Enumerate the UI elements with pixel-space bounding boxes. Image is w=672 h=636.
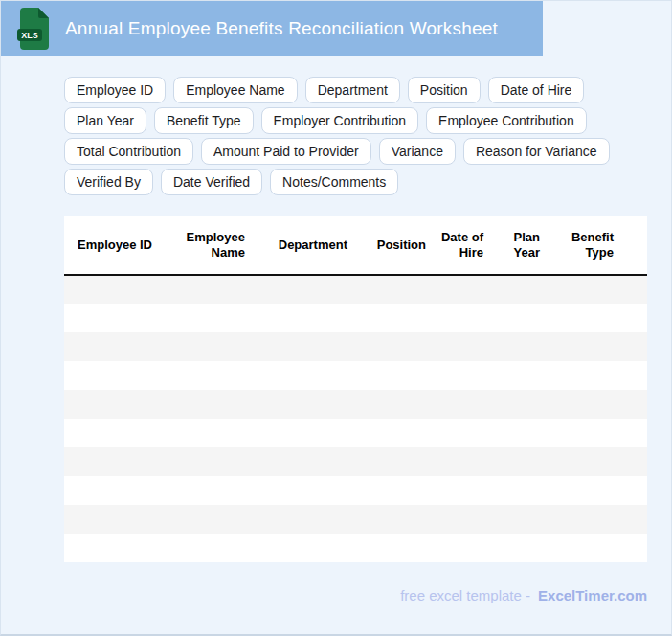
chip-verified-by[interactable]: Verified By — [64, 169, 153, 195]
table-cell — [433, 390, 490, 419]
table-cell — [547, 447, 620, 476]
table-cell — [159, 332, 252, 361]
table-cell — [433, 447, 490, 476]
table-cell — [64, 275, 159, 304]
column-header-benefit-type: Benefit Type — [547, 216, 620, 275]
column-header-date-of-hire: Date of Hire — [433, 216, 490, 275]
table-header: Employee IDEmployee NameDepartmentPositi… — [64, 216, 647, 275]
page-title: Annual Employee Benefits Reconciliation … — [65, 18, 498, 39]
table-cell — [433, 332, 490, 361]
table-cell — [490, 534, 547, 562]
table-cell — [252, 505, 354, 534]
table-cell — [252, 361, 354, 390]
table-row — [64, 447, 647, 476]
table-cell — [354, 275, 433, 304]
column-header-department: Department — [252, 216, 354, 275]
table-cell — [547, 534, 620, 562]
footer-credit-text: free excel template - — [400, 587, 530, 603]
table-cell — [354, 361, 433, 390]
table-cell — [490, 275, 547, 304]
column-header-position: Position — [354, 216, 433, 275]
column-chip-list: Employee IDEmployee NameDepartmentPositi… — [64, 77, 671, 195]
chip-employee-id[interactable]: Employee ID — [64, 77, 166, 103]
table-row — [64, 534, 647, 562]
chip-notes-comments[interactable]: Notes/Comments — [270, 169, 398, 195]
chip-variance[interactable]: Variance — [379, 138, 456, 165]
table-cell — [159, 476, 252, 505]
table-cell — [354, 332, 433, 361]
table-cell — [547, 505, 620, 534]
chip-position[interactable]: Position — [408, 77, 481, 103]
chip-plan-year[interactable]: Plan Year — [64, 107, 146, 134]
worksheet-preview-card: XLS Annual Employee Benefits Reconciliat… — [0, 0, 672, 636]
table-cell — [354, 304, 433, 332]
header-bar: XLS Annual Employee Benefits Reconciliat… — [1, 1, 543, 56]
chip-amount-paid-to-provider[interactable]: Amount Paid to Provider — [201, 138, 371, 165]
chip-employee-contribution[interactable]: Employee Contribution — [426, 107, 587, 134]
table-cell — [64, 332, 159, 361]
table-cell — [490, 419, 547, 447]
table-cell — [159, 505, 252, 534]
table-cell — [252, 534, 354, 562]
table-cell — [354, 505, 433, 534]
table-cell — [252, 447, 354, 476]
chip-department[interactable]: Department — [305, 77, 400, 103]
table-cell — [620, 447, 647, 476]
chip-benefit-type[interactable]: Benefit Type — [154, 107, 254, 134]
xls-file-icon: XLS — [17, 7, 52, 51]
table-body — [64, 275, 647, 562]
table-cell — [490, 390, 547, 419]
table-cell — [433, 304, 490, 332]
table-cell — [547, 476, 620, 505]
table-cell — [433, 419, 490, 447]
table-cell — [620, 419, 647, 447]
table-cell — [159, 390, 252, 419]
table-cell — [433, 275, 490, 304]
table-cell — [64, 419, 159, 447]
table-cell — [159, 275, 252, 304]
footer-brand-link[interactable]: ExcelTimer.com — [538, 587, 647, 603]
table-cell — [159, 304, 252, 332]
table-cell — [354, 419, 433, 447]
table-cell — [252, 476, 354, 505]
xls-badge-text: XLS — [21, 30, 38, 39]
folded-corner — [38, 8, 49, 18]
table-cell — [490, 304, 547, 332]
table-cell — [490, 332, 547, 361]
chip-employer-contribution[interactable]: Employer Contribution — [261, 107, 419, 134]
table-cell — [433, 476, 490, 505]
table-cell — [433, 361, 490, 390]
table-cell — [252, 419, 354, 447]
xls-icon-graphic: XLS — [17, 7, 52, 51]
chip-reason-for-variance[interactable]: Reason for Variance — [463, 138, 610, 165]
table-row — [64, 275, 647, 304]
table-cell — [354, 447, 433, 476]
table-cell — [547, 390, 620, 419]
table-row — [64, 505, 647, 534]
table-cell — [620, 332, 647, 361]
worksheet-table: Employee IDEmployee NameDepartmentPositi… — [64, 216, 647, 562]
chip-date-verified[interactable]: Date Verified — [161, 169, 262, 195]
chip-total-contribution[interactable]: Total Contribution — [64, 138, 193, 165]
table-row — [64, 332, 647, 361]
table-cell — [620, 275, 647, 304]
chip-employee-name[interactable]: Employee Name — [173, 77, 298, 103]
footer: free excel template -ExcelTimer.com — [1, 587, 647, 604]
table-cell — [354, 390, 433, 419]
table-cell — [64, 361, 159, 390]
table-cell — [490, 447, 547, 476]
column-header-employee-id: Employee ID — [64, 216, 159, 275]
table-cell — [620, 476, 647, 505]
table-row — [64, 390, 647, 419]
table-cell — [64, 534, 159, 562]
table-header-row: Employee IDEmployee NameDepartmentPositi… — [64, 216, 647, 275]
table-cell — [620, 505, 647, 534]
worksheet-table-container: Employee IDEmployee NameDepartmentPositi… — [64, 216, 647, 562]
table-row — [64, 304, 647, 332]
table-cell — [252, 390, 354, 419]
table-cell — [64, 505, 159, 534]
chip-date-of-hire[interactable]: Date of Hire — [488, 77, 585, 103]
table-cell — [64, 476, 159, 505]
table-cell — [354, 476, 433, 505]
table-cell — [547, 419, 620, 447]
